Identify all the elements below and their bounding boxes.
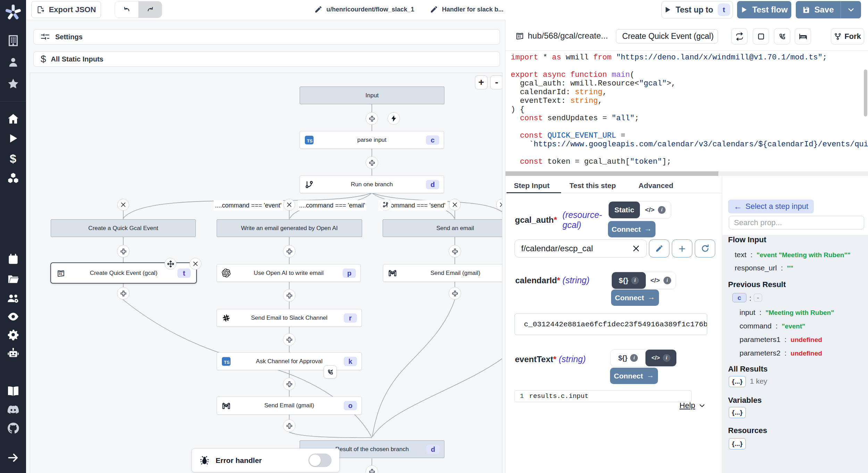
svg-text:31: 31 xyxy=(518,35,521,38)
